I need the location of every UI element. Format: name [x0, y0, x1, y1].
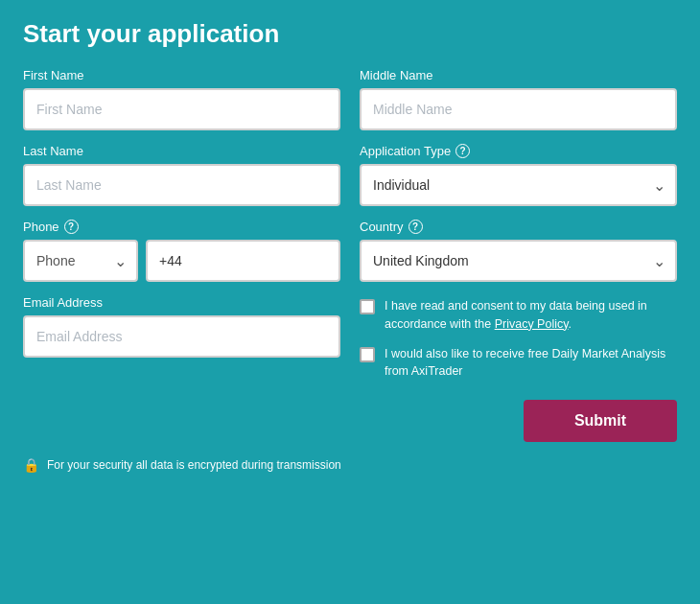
consent2-checkbox[interactable]: [360, 347, 375, 362]
submit-wrapper: Submit: [360, 392, 677, 442]
consent2-label: I would also like to receive free Daily …: [385, 345, 677, 382]
country-select[interactable]: United Kingdom United States Australia C…: [360, 240, 677, 282]
email-group: Email Address: [23, 295, 340, 442]
security-note-text: For your security all data is encrypted …: [47, 458, 341, 472]
country-info-icon[interactable]: ?: [408, 220, 423, 234]
middle-name-label: Middle Name: [360, 68, 677, 82]
consent1-label: I have read and consent to my data being…: [385, 297, 677, 334]
consent1-checkbox[interactable]: [360, 299, 375, 314]
phone-group: Phone ? Phone US AU ⌄: [23, 220, 340, 282]
middle-name-input[interactable]: [360, 88, 677, 130]
page-title: Start your application: [23, 19, 677, 49]
middle-name-group: Middle Name: [360, 68, 677, 130]
first-name-label: First Name: [23, 68, 340, 82]
security-note: 🔒 For your security all data is encrypte…: [23, 457, 677, 473]
application-type-group: Application Type ? Individual Joint Corp…: [360, 144, 677, 206]
application-type-select[interactable]: Individual Joint Corporate: [360, 164, 677, 206]
privacy-policy-link[interactable]: Privacy Policy: [495, 317, 569, 331]
submit-button[interactable]: Submit: [524, 400, 677, 442]
country-select-wrapper: United Kingdom United States Australia C…: [360, 240, 677, 282]
last-name-input[interactable]: [23, 164, 340, 206]
last-name-label: Last Name: [23, 144, 340, 158]
consent-section: I have read and consent to my data being…: [360, 295, 677, 442]
phone-number-input[interactable]: [146, 240, 340, 282]
first-name-group: First Name: [23, 68, 340, 130]
phone-info-icon[interactable]: ?: [64, 220, 79, 234]
consent1-item: I have read and consent to my data being…: [360, 297, 677, 334]
phone-select-wrapper: Phone US AU ⌄: [23, 240, 138, 282]
lock-icon: 🔒: [23, 457, 39, 473]
application-type-info-icon[interactable]: ?: [455, 144, 470, 158]
last-name-group: Last Name: [23, 144, 340, 206]
phone-row: Phone US AU ⌄: [23, 240, 340, 282]
phone-label: Phone ?: [23, 220, 340, 234]
page-container: Start your application First Name Middle…: [0, 0, 700, 604]
first-name-input[interactable]: [23, 88, 340, 130]
application-type-label: Application Type ?: [360, 144, 677, 158]
email-label: Email Address: [23, 295, 340, 310]
phone-country-select[interactable]: Phone US AU: [23, 240, 138, 282]
application-type-select-wrapper: Individual Joint Corporate ⌄: [360, 164, 677, 206]
consent2-item: I would also like to receive free Daily …: [360, 345, 677, 382]
country-group: Country ? United Kingdom United States A…: [360, 220, 677, 282]
country-label: Country ?: [360, 220, 677, 234]
email-input[interactable]: [23, 315, 340, 358]
form-grid: First Name Middle Name Last Name Applica…: [23, 68, 677, 442]
